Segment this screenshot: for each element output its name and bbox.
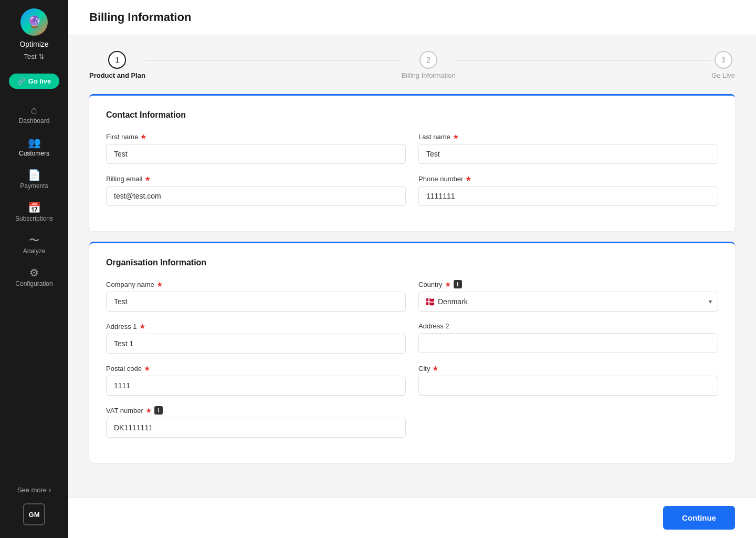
main-content: 1 Product and Plan 2 Billing Information… bbox=[68, 35, 756, 497]
company-label: Company name ★ bbox=[106, 280, 406, 288]
avatar-initials: GM bbox=[29, 511, 40, 519]
postal-input[interactable] bbox=[106, 376, 406, 396]
test-row: Test ⇄ bbox=[24, 53, 45, 60]
main-footer: Continue bbox=[68, 497, 756, 538]
vat-required: ★ bbox=[145, 406, 152, 415]
last-name-required: ★ bbox=[453, 132, 459, 141]
company-input[interactable] bbox=[106, 292, 406, 312]
sidebar-bottom: See more › GM bbox=[0, 478, 68, 530]
country-select-wrapper: 🇩🇰 Denmark ▾ bbox=[418, 292, 718, 312]
sidebar-item-configuration[interactable]: ⚙ Configuration bbox=[0, 262, 68, 293]
last-name-group: Last name ★ bbox=[418, 132, 718, 164]
sidebar-item-payments[interactable]: 📄 Payments bbox=[0, 164, 68, 195]
sidebar-divider bbox=[7, 67, 61, 67]
step-2-label: Billing Information bbox=[401, 71, 455, 79]
step-3: 3 Go Live bbox=[711, 51, 735, 79]
last-name-label: Last name ★ bbox=[418, 132, 718, 141]
sidebar-item-label: Payments bbox=[20, 182, 48, 190]
address2-group: Address 2 bbox=[418, 322, 718, 354]
first-name-label: First name ★ bbox=[106, 132, 406, 141]
step-3-circle: 3 bbox=[715, 51, 732, 69]
contact-row-2: Billing email ★ Phone number ★ bbox=[106, 174, 718, 206]
country-select[interactable]: Denmark bbox=[418, 292, 718, 312]
sidebar-item-customers[interactable]: 👥 Customers bbox=[0, 132, 68, 162]
vat-input[interactable] bbox=[106, 418, 406, 438]
phone-required: ★ bbox=[465, 174, 472, 183]
sidebar: 🔮 Optimize Test ⇄ 🔗 Go live ⌂ Dashboard … bbox=[0, 0, 68, 538]
postal-label: Postal code ★ bbox=[106, 364, 406, 373]
go-live-button[interactable]: 🔗 Go live bbox=[9, 74, 59, 89]
step-1: 1 Product and Plan bbox=[89, 51, 145, 79]
vat-info-icon[interactable]: i bbox=[154, 406, 163, 415]
first-name-required: ★ bbox=[140, 132, 147, 141]
continue-button[interactable]: Continue bbox=[663, 506, 735, 530]
org-card-title: Organisation Information bbox=[106, 258, 718, 267]
chevron-right-icon: › bbox=[49, 486, 51, 494]
email-required: ★ bbox=[144, 174, 151, 183]
sidebar-item-label: Analyze bbox=[23, 247, 46, 255]
company-required: ★ bbox=[156, 280, 163, 288]
step-2-circle: 2 bbox=[419, 51, 437, 69]
email-group: Billing email ★ bbox=[106, 174, 406, 206]
city-input[interactable] bbox=[418, 376, 718, 396]
sidebar-item-label: Subscriptions bbox=[15, 215, 53, 222]
sidebar-item-label: Customers bbox=[19, 150, 49, 157]
country-group: Country ★ i 🇩🇰 Denmark ▾ bbox=[418, 280, 718, 312]
see-more-label: See more bbox=[17, 486, 47, 494]
payments-icon: 📄 bbox=[28, 170, 41, 180]
org-row-2: Address 1 ★ Address 2 bbox=[106, 322, 718, 354]
contact-card: Contact Information First name ★ Last na… bbox=[89, 94, 735, 231]
vat-group: VAT number ★ i bbox=[106, 406, 406, 438]
address2-input[interactable] bbox=[418, 333, 718, 353]
app-logo: 🔮 bbox=[20, 8, 48, 36]
city-group: City ★ bbox=[418, 364, 718, 396]
postal-required: ★ bbox=[144, 364, 151, 373]
country-label: Country ★ i bbox=[418, 280, 718, 288]
see-more-button[interactable]: See more › bbox=[13, 482, 56, 498]
first-name-input[interactable] bbox=[106, 144, 406, 164]
swap-icon: ⇄ bbox=[37, 54, 45, 59]
address1-input[interactable] bbox=[106, 334, 406, 354]
stepper: 1 Product and Plan 2 Billing Information… bbox=[89, 51, 735, 79]
phone-group: Phone number ★ bbox=[418, 174, 718, 206]
org-row-1: Company name ★ Country ★ i 🇩🇰 Denmark bbox=[106, 280, 718, 312]
address2-label: Address 2 bbox=[418, 322, 718, 330]
sidebar-item-analyze[interactable]: 〜 Analyze bbox=[0, 230, 68, 260]
city-label: City ★ bbox=[418, 364, 718, 373]
user-avatar[interactable]: GM bbox=[23, 503, 45, 525]
step-1-label: Product and Plan bbox=[89, 71, 145, 79]
address1-group: Address 1 ★ bbox=[106, 322, 406, 354]
sidebar-item-label: Configuration bbox=[15, 280, 52, 287]
country-required: ★ bbox=[445, 280, 452, 288]
page-title: Billing Information bbox=[89, 11, 735, 24]
org-row-3: Postal code ★ City ★ bbox=[106, 364, 718, 396]
city-required: ★ bbox=[432, 364, 439, 373]
go-live-icon: 🔗 bbox=[17, 77, 26, 85]
org-card: Organisation Information Company name ★ … bbox=[89, 242, 735, 463]
sidebar-item-dashboard[interactable]: ⌂ Dashboard bbox=[0, 99, 68, 130]
address1-label: Address 1 ★ bbox=[106, 322, 406, 330]
email-label: Billing email ★ bbox=[106, 174, 406, 183]
step-line-2 bbox=[456, 60, 711, 60]
org-row-4: VAT number ★ i bbox=[106, 406, 718, 438]
go-live-label: Go live bbox=[28, 77, 51, 85]
email-input[interactable] bbox=[106, 186, 406, 206]
step-line-1 bbox=[145, 60, 401, 60]
app-name: Optimize bbox=[19, 40, 48, 48]
step-1-circle: 1 bbox=[108, 51, 126, 69]
company-group: Company name ★ bbox=[106, 280, 406, 312]
country-info-icon[interactable]: i bbox=[454, 280, 462, 288]
sidebar-item-label: Dashboard bbox=[19, 117, 50, 125]
last-name-input[interactable] bbox=[418, 144, 718, 164]
customers-icon: 👥 bbox=[28, 137, 41, 148]
contact-row-1: First name ★ Last name ★ bbox=[106, 132, 718, 164]
sidebar-nav: ⌂ Dashboard 👥 Customers 📄 Payments 📅 Sub… bbox=[0, 99, 68, 478]
step-3-label: Go Live bbox=[711, 71, 735, 79]
subscriptions-icon: 📅 bbox=[28, 202, 41, 213]
sidebar-item-subscriptions[interactable]: 📅 Subscriptions bbox=[0, 197, 68, 227]
step-2: 2 Billing Information bbox=[401, 51, 455, 79]
phone-input[interactable] bbox=[418, 186, 718, 206]
dashboard-icon: ⌂ bbox=[31, 105, 37, 115]
configuration-icon: ⚙ bbox=[29, 267, 39, 278]
phone-label: Phone number ★ bbox=[418, 174, 718, 183]
